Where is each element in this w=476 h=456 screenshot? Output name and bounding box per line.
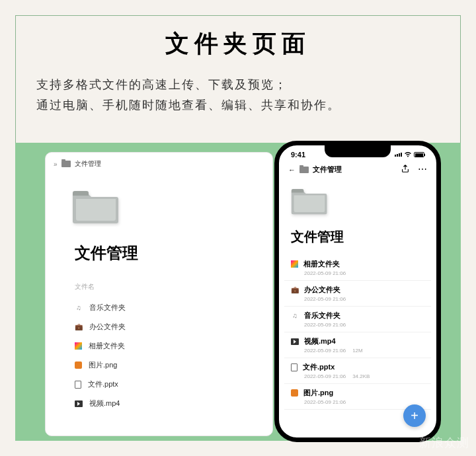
breadcrumb[interactable]: » 文件管理	[46, 153, 272, 175]
list-item[interactable]: ♫音乐文件夹2022-05-09 21:06	[284, 307, 431, 332]
briefcase-icon: 💼	[291, 286, 299, 294]
file-name: 文件.pptx	[303, 362, 335, 372]
list-item[interactable]: 相册文件夹	[64, 336, 272, 356]
file-name: 办公文件夹	[304, 285, 340, 295]
file-meta: 2022-05-09 21:06	[304, 399, 424, 405]
status-time: 9:41	[291, 151, 305, 159]
folder-icon	[61, 161, 71, 167]
video-icon	[291, 338, 299, 345]
list-item[interactable]: 视频.mp4	[64, 394, 272, 413]
file-name: 音乐文件夹	[89, 303, 126, 313]
folder-large-icon	[72, 187, 120, 225]
file-meta: 2022-05-09 21:0612M	[304, 348, 424, 354]
share-icon[interactable]	[401, 164, 410, 175]
album-icon	[291, 260, 298, 268]
list-item[interactable]: 相册文件夹2022-05-09 21:06	[284, 255, 431, 281]
phone-mockup: 9:41 ← 文件管理 ⋯ 文件管理 相册文件夹2022-05-09 21:06…	[274, 141, 441, 442]
phone-file-list: 相册文件夹2022-05-09 21:06💼办公文件夹2022-05-09 21…	[284, 255, 431, 410]
breadcrumb-label: 文件管理	[75, 159, 101, 169]
add-button[interactable]: +	[403, 404, 426, 427]
desktop-window: » 文件管理 文件管理 文件名 ♫音乐文件夹💼办公文件夹相册文件夹图片.png文…	[45, 152, 273, 436]
file-meta: 2022-05-09 21:06	[304, 296, 424, 302]
chevron-icon: »	[54, 161, 58, 168]
file-name: 文件.pptx	[88, 379, 118, 389]
signal-icon	[395, 153, 402, 157]
desktop-title: 文件管理	[75, 243, 272, 264]
file-name: 音乐文件夹	[304, 311, 340, 321]
file-icon	[75, 381, 81, 389]
list-item[interactable]: 文件.pptx2022-05-09 21:0634.2KB	[284, 358, 431, 384]
file-name: 相册文件夹	[303, 259, 340, 269]
file-meta: 2022-05-09 21:0634.2KB	[304, 373, 424, 379]
briefcase-icon: 💼	[75, 323, 83, 331]
image-icon	[75, 361, 82, 369]
file-name: 视频.mp4	[304, 336, 336, 346]
phone-header: ← 文件管理 ⋯	[279, 160, 436, 179]
folder-large-icon	[291, 186, 328, 216]
file-name: 相册文件夹	[89, 341, 125, 351]
phone-breadcrumb[interactable]: ← 文件管理	[288, 165, 342, 174]
list-item[interactable]: 💼办公文件夹	[64, 317, 272, 336]
file-name: 办公文件夹	[89, 322, 126, 332]
video-icon	[75, 400, 83, 407]
image-icon	[291, 389, 298, 397]
list-item[interactable]: 图片.png	[64, 356, 272, 375]
watermark: 新浪众测	[419, 435, 469, 451]
file-meta: 2022-05-09 21:06	[304, 270, 424, 276]
column-header: 文件名	[75, 282, 272, 291]
file-icon	[291, 363, 298, 371]
file-name: 图片.png	[89, 360, 117, 370]
music-icon: ♫	[291, 312, 299, 320]
back-icon[interactable]: ←	[288, 166, 296, 174]
list-item[interactable]: ♫音乐文件夹	[64, 298, 272, 317]
list-item[interactable]: 文件.pptx	[64, 375, 272, 394]
phone-notch	[325, 145, 391, 157]
phone-title: 文件管理	[291, 228, 436, 246]
file-name: 图片.png	[303, 388, 333, 398]
list-item[interactable]: 💼办公文件夹2022-05-09 21:06	[284, 281, 431, 307]
file-meta: 2022-05-09 21:06	[304, 322, 424, 328]
album-icon	[75, 342, 82, 350]
file-name: 视频.mp4	[89, 399, 120, 408]
battery-icon	[414, 152, 424, 157]
wifi-icon	[404, 151, 412, 159]
list-item[interactable]: 视频.mp42022-05-09 21:0612M	[284, 332, 431, 358]
more-icon[interactable]: ⋯	[418, 164, 427, 175]
folder-icon	[299, 167, 309, 173]
music-icon: ♫	[75, 304, 83, 312]
desktop-file-list: ♫音乐文件夹💼办公文件夹相册文件夹图片.png文件.pptx视频.mp4	[64, 298, 272, 413]
